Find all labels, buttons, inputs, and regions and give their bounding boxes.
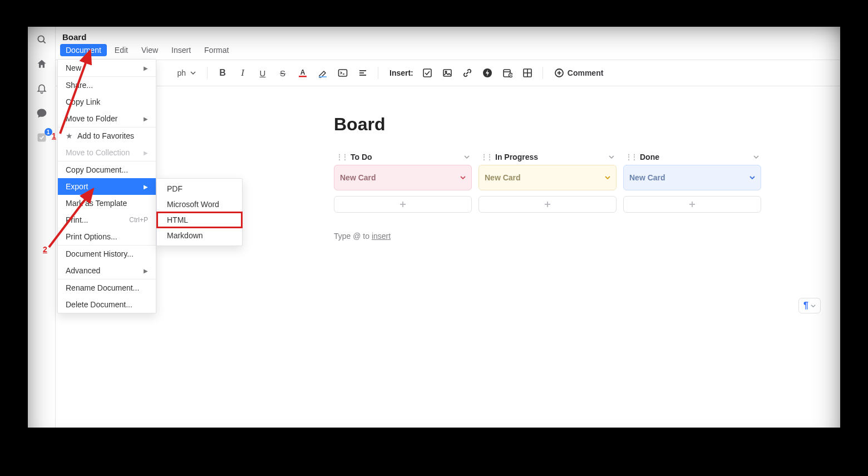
label: Export [66,182,88,191]
label: Print Options... [66,232,117,241]
column-title: Done [640,153,659,161]
chevron-down-icon[interactable] [464,154,470,160]
chevron-down-icon[interactable] [605,175,610,180]
add-card-button[interactable] [479,196,617,213]
column-header[interactable]: ⋮⋮In Progress [479,149,617,165]
menu-item-document-history[interactable]: Document History... [58,246,156,262]
chevron-down-icon[interactable] [460,175,466,180]
svg-line-1 [43,41,45,43]
submenu-arrow-icon: ▶ [144,268,148,274]
menu-item-print[interactable]: Print... Ctrl+P [58,212,156,228]
menu-item-export[interactable]: Export ▶ [58,178,156,195]
drag-handle-icon[interactable]: ⋮⋮ [625,153,637,161]
menu-insert[interactable]: Insert [166,44,196,56]
menu-item-mark-as-template[interactable]: Mark as Template [58,195,156,212]
menu-item-new[interactable]: New ▶ [58,60,156,76]
formatting-toggle-button[interactable]: ¶ [798,298,821,313]
menu-item-delete-document[interactable]: Delete Document... [58,296,156,313]
annotation-number-2: 2 [43,245,47,254]
shortcut-label: Ctrl+P [129,216,148,224]
menu-item-copy-document[interactable]: Copy Document... [58,161,156,178]
menu-item-copy-link[interactable]: Copy Link [58,94,156,110]
add-card-button[interactable] [623,196,761,213]
strikethrough-button[interactable]: S [274,65,291,81]
insert-link-button[interactable] [459,65,476,81]
paragraph-style-label: ph [177,68,186,77]
menu-edit[interactable]: Edit [109,44,134,56]
submenu-arrow-icon: ▶ [144,184,148,190]
left-sidebar: 1 [28,27,56,428]
menu-item-rename-document[interactable]: Rename Document... [58,279,156,296]
menu-view[interactable]: View [136,44,164,56]
comment-button[interactable]: Comment [550,66,608,80]
column-title: To Do [351,153,372,161]
hint-insert-link[interactable]: insert [372,232,391,241]
board-card[interactable]: New Card [479,165,617,190]
bell-icon[interactable] [36,82,48,95]
insert-table-button[interactable] [519,65,536,81]
export-pdf[interactable]: PDF [157,181,242,197]
chevron-down-icon[interactable] [609,154,614,160]
search-icon[interactable] [36,33,48,46]
chevron-down-icon[interactable] [749,175,755,180]
chevron-down-icon[interactable] [753,154,759,160]
insert-image-button[interactable] [439,65,456,81]
home-icon[interactable] [36,58,48,70]
menu-item-print-options[interactable]: Print Options... [58,228,156,245]
board-card[interactable]: New Card [623,165,761,190]
column-header[interactable]: ⋮⋮To Do [334,149,472,165]
label: Add to Favorites [77,131,134,140]
menu-item-add-to-favorites[interactable]: ★Add to Favorites [58,127,156,144]
chat-icon[interactable] [36,107,48,119]
board-column-todo: ⋮⋮To Do New Card [334,149,472,213]
app-frame: 1 Board Document Edit View Insert Format… [28,27,840,428]
svg-rect-10 [423,69,431,77]
tasks-icon[interactable]: 1 [36,131,48,144]
tasks-badge: 1 [45,128,52,136]
label: Rename Document... [66,283,139,292]
chevron-down-icon [811,303,816,308]
column-header[interactable]: ⋮⋮Done [623,149,761,165]
board-card[interactable]: New Card [334,165,472,190]
drag-handle-icon[interactable]: ⋮⋮ [481,153,492,161]
plus-icon [689,201,696,208]
highlight-button[interactable] [314,65,331,81]
menu-format[interactable]: Format [199,44,234,56]
code-button[interactable] [334,65,351,81]
drag-handle-icon[interactable]: ⋮⋮ [336,153,347,161]
insert-date-button[interactable] [499,65,516,81]
export-markdown[interactable]: Markdown [157,228,242,243]
document-title-bar: Board [56,27,840,44]
label: Share... [66,81,93,90]
label: Copy Link [66,97,100,106]
text-color-button[interactable]: A [294,65,311,81]
paragraph-style-select[interactable]: ph [161,68,200,77]
menu-item-move-to-folder[interactable]: Move to Folder ▶ [58,110,156,127]
menu-item-share[interactable]: Share... [58,77,156,94]
align-button[interactable] [354,65,371,81]
bold-button[interactable]: B [214,65,231,81]
insert-label: Insert: [389,68,413,77]
italic-button[interactable]: I [234,65,251,81]
svg-rect-11 [443,70,451,76]
export-html[interactable]: HTML [157,212,242,228]
document-menu-dropdown: New ▶ Share... Copy Link Move to Folder … [57,59,156,313]
insert-hint: Type @ to insert [334,232,762,241]
document-heading[interactable]: Board [334,114,762,135]
insert-checkbox-button[interactable] [419,65,436,81]
export-microsoft-word[interactable]: Microsoft Word [157,197,242,212]
annotation-number-1: 1 [52,131,56,140]
insert-automation-button[interactable] [479,65,496,81]
underline-button[interactable]: U [254,65,271,81]
board-column-in-progress: ⋮⋮In Progress New Card [479,149,617,213]
pilcrow-icon: ¶ [803,301,808,311]
card-title: New Card [629,173,665,182]
add-card-button[interactable] [334,196,472,213]
menu-document[interactable]: Document [60,44,107,56]
document-canvas: Board ⋮⋮To Do New Card [56,86,840,428]
menu-item-advanced[interactable]: Advanced ▶ [58,262,156,279]
card-title: New Card [340,173,376,182]
toolbar: ph B I U S A Insert: [56,60,840,86]
kanban-board: ⋮⋮To Do New Card [334,149,762,213]
comment-label: Comment [568,68,604,77]
